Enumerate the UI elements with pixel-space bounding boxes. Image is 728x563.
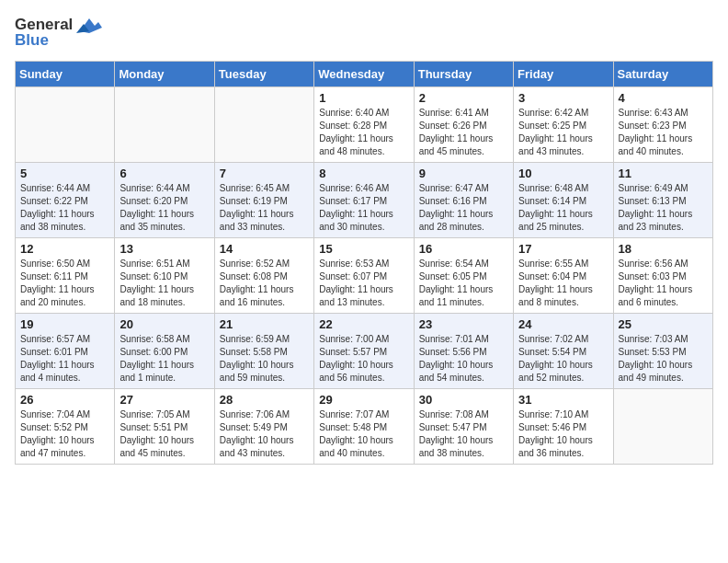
header-monday: Monday: [115, 62, 214, 87]
day-number: 18: [619, 242, 708, 256]
calendar-week-row: 19Sunrise: 6:57 AM Sunset: 6:01 PM Dayli…: [16, 314, 713, 389]
calendar-cell: 30Sunrise: 7:08 AM Sunset: 5:47 PM Dayli…: [414, 389, 513, 465]
day-info: Sunrise: 6:42 AM Sunset: 6:25 PM Dayligh…: [518, 107, 608, 158]
day-number: 12: [20, 242, 109, 256]
day-number: 4: [619, 91, 708, 105]
day-info: Sunrise: 6:58 AM Sunset: 6:00 PM Dayligh…: [119, 333, 209, 385]
page-header: General Blue: [15, 15, 713, 50]
calendar-cell: 15Sunrise: 6:53 AM Sunset: 6:07 PM Dayli…: [314, 238, 414, 314]
day-number: 17: [518, 242, 608, 256]
day-info: Sunrise: 7:07 AM Sunset: 5:48 PM Dayligh…: [319, 408, 408, 460]
calendar-cell: 26Sunrise: 7:04 AM Sunset: 5:52 PM Dayli…: [16, 389, 115, 465]
calendar-cell: 12Sunrise: 6:50 AM Sunset: 6:11 PM Dayli…: [16, 238, 115, 314]
calendar-cell: 1Sunrise: 6:40 AM Sunset: 6:28 PM Daylig…: [314, 87, 414, 163]
calendar-cell: 28Sunrise: 7:06 AM Sunset: 5:49 PM Dayli…: [214, 389, 313, 465]
day-number: 27: [119, 393, 209, 407]
day-info: Sunrise: 6:55 AM Sunset: 6:04 PM Dayligh…: [518, 258, 608, 309]
day-number: 25: [619, 317, 708, 331]
calendar-cell: 7Sunrise: 6:45 AM Sunset: 6:19 PM Daylig…: [214, 163, 313, 238]
calendar-cell: [115, 87, 214, 163]
calendar-week-row: 12Sunrise: 6:50 AM Sunset: 6:11 PM Dayli…: [16, 238, 713, 314]
calendar-cell: 25Sunrise: 7:03 AM Sunset: 5:53 PM Dayli…: [613, 314, 712, 389]
day-info: Sunrise: 6:54 AM Sunset: 6:05 PM Dayligh…: [419, 258, 508, 309]
day-info: Sunrise: 7:10 AM Sunset: 5:46 PM Dayligh…: [518, 408, 608, 460]
day-number: 31: [518, 393, 608, 407]
day-number: 14: [220, 242, 309, 256]
day-info: Sunrise: 7:08 AM Sunset: 5:47 PM Dayligh…: [419, 408, 508, 460]
day-info: Sunrise: 6:43 AM Sunset: 6:23 PM Dayligh…: [619, 107, 708, 158]
header-sunday: Sunday: [16, 62, 115, 87]
day-number: 23: [419, 317, 508, 331]
calendar-cell: 17Sunrise: 6:55 AM Sunset: 6:04 PM Dayli…: [514, 238, 613, 314]
header-friday: Friday: [514, 62, 613, 87]
day-info: Sunrise: 6:50 AM Sunset: 6:11 PM Dayligh…: [20, 258, 109, 309]
day-info: Sunrise: 6:47 AM Sunset: 6:16 PM Dayligh…: [419, 182, 508, 234]
calendar-cell: 16Sunrise: 6:54 AM Sunset: 6:05 PM Dayli…: [414, 238, 513, 314]
day-number: 1: [319, 91, 408, 105]
calendar-cell: 22Sunrise: 7:00 AM Sunset: 5:57 PM Dayli…: [314, 314, 414, 389]
day-number: 7: [220, 167, 309, 180]
calendar-cell: 6Sunrise: 6:44 AM Sunset: 6:20 PM Daylig…: [115, 163, 214, 238]
day-info: Sunrise: 6:53 AM Sunset: 6:07 PM Dayligh…: [319, 258, 408, 309]
header-thursday: Thursday: [414, 62, 513, 87]
calendar-cell: 18Sunrise: 6:56 AM Sunset: 6:03 PM Dayli…: [613, 238, 712, 314]
day-info: Sunrise: 7:00 AM Sunset: 5:57 PM Dayligh…: [319, 333, 408, 385]
header-tuesday: Tuesday: [214, 62, 313, 87]
day-info: Sunrise: 6:44 AM Sunset: 6:22 PM Dayligh…: [20, 182, 109, 234]
calendar-cell: 20Sunrise: 6:58 AM Sunset: 6:00 PM Dayli…: [115, 314, 214, 389]
day-number: 19: [20, 317, 109, 331]
day-info: Sunrise: 6:44 AM Sunset: 6:20 PM Dayligh…: [119, 182, 209, 234]
calendar-cell: 8Sunrise: 6:46 AM Sunset: 6:17 PM Daylig…: [314, 163, 414, 238]
day-info: Sunrise: 6:49 AM Sunset: 6:13 PM Dayligh…: [619, 182, 708, 234]
day-info: Sunrise: 7:04 AM Sunset: 5:52 PM Dayligh…: [20, 408, 109, 460]
logo-bird-icon: [76, 15, 102, 35]
calendar-week-row: 5Sunrise: 6:44 AM Sunset: 6:22 PM Daylig…: [16, 163, 713, 238]
calendar-cell: [16, 87, 115, 163]
calendar-cell: 10Sunrise: 6:48 AM Sunset: 6:14 PM Dayli…: [514, 163, 613, 238]
calendar-cell: 23Sunrise: 7:01 AM Sunset: 5:56 PM Dayli…: [414, 314, 513, 389]
logo-text-blue: Blue: [15, 31, 49, 50]
day-info: Sunrise: 6:41 AM Sunset: 6:26 PM Dayligh…: [419, 107, 508, 158]
day-info: Sunrise: 6:46 AM Sunset: 6:17 PM Dayligh…: [319, 182, 408, 234]
day-info: Sunrise: 6:57 AM Sunset: 6:01 PM Dayligh…: [20, 333, 109, 385]
day-info: Sunrise: 6:52 AM Sunset: 6:08 PM Dayligh…: [220, 258, 309, 309]
day-number: 9: [419, 167, 508, 180]
calendar-cell: 14Sunrise: 6:52 AM Sunset: 6:08 PM Dayli…: [214, 238, 313, 314]
calendar-cell: 21Sunrise: 6:59 AM Sunset: 5:58 PM Dayli…: [214, 314, 313, 389]
day-info: Sunrise: 6:40 AM Sunset: 6:28 PM Dayligh…: [319, 107, 408, 158]
day-number: 13: [119, 242, 209, 256]
day-number: 6: [119, 167, 209, 180]
day-number: 15: [319, 242, 408, 256]
calendar-cell: 31Sunrise: 7:10 AM Sunset: 5:46 PM Dayli…: [514, 389, 613, 465]
calendar-header-row: SundayMondayTuesdayWednesdayThursdayFrid…: [16, 62, 713, 87]
calendar-table: SundayMondayTuesdayWednesdayThursdayFrid…: [15, 61, 713, 465]
day-number: 16: [419, 242, 508, 256]
logo: General Blue: [15, 15, 102, 50]
day-info: Sunrise: 7:05 AM Sunset: 5:51 PM Dayligh…: [119, 408, 209, 460]
calendar-cell: 9Sunrise: 6:47 AM Sunset: 6:16 PM Daylig…: [414, 163, 513, 238]
day-number: 30: [419, 393, 508, 407]
day-number: 2: [419, 91, 508, 105]
day-info: Sunrise: 6:51 AM Sunset: 6:10 PM Dayligh…: [119, 258, 209, 309]
day-number: 20: [119, 317, 209, 331]
day-number: 21: [220, 317, 309, 331]
calendar-week-row: 1Sunrise: 6:40 AM Sunset: 6:28 PM Daylig…: [16, 87, 713, 163]
calendar-cell: 13Sunrise: 6:51 AM Sunset: 6:10 PM Dayli…: [115, 238, 214, 314]
day-info: Sunrise: 7:02 AM Sunset: 5:54 PM Dayligh…: [518, 333, 608, 385]
header-wednesday: Wednesday: [314, 62, 414, 87]
calendar-cell: [214, 87, 313, 163]
calendar-week-row: 26Sunrise: 7:04 AM Sunset: 5:52 PM Dayli…: [16, 389, 713, 465]
calendar-cell: 4Sunrise: 6:43 AM Sunset: 6:23 PM Daylig…: [613, 87, 712, 163]
day-number: 29: [319, 393, 408, 407]
day-info: Sunrise: 6:59 AM Sunset: 5:58 PM Dayligh…: [220, 333, 309, 385]
day-info: Sunrise: 7:01 AM Sunset: 5:56 PM Dayligh…: [419, 333, 508, 385]
day-number: 24: [518, 317, 608, 331]
day-info: Sunrise: 7:03 AM Sunset: 5:53 PM Dayligh…: [619, 333, 708, 385]
calendar-cell: 24Sunrise: 7:02 AM Sunset: 5:54 PM Dayli…: [514, 314, 613, 389]
day-info: Sunrise: 6:48 AM Sunset: 6:14 PM Dayligh…: [518, 182, 608, 234]
calendar-cell: 29Sunrise: 7:07 AM Sunset: 5:48 PM Dayli…: [314, 389, 414, 465]
calendar-cell: 11Sunrise: 6:49 AM Sunset: 6:13 PM Dayli…: [613, 163, 712, 238]
day-number: 28: [220, 393, 309, 407]
day-info: Sunrise: 7:06 AM Sunset: 5:49 PM Dayligh…: [220, 408, 309, 460]
day-number: 10: [518, 167, 608, 180]
